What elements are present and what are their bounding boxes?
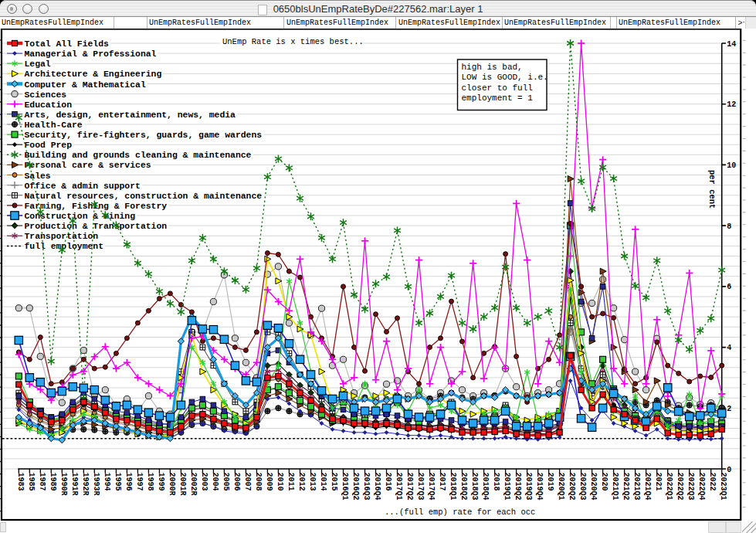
svg-text:2010: 2010	[276, 473, 284, 491]
svg-text:1983: 1983	[16, 473, 25, 491]
svg-text:UnEmp Rate is x times best...: UnEmp Rate is x times best...	[222, 37, 364, 46]
svg-text:2016Q2: 2016Q2	[351, 473, 360, 501]
svg-text:10: 10	[727, 161, 736, 170]
svg-text:Sales: Sales	[25, 171, 51, 181]
svg-text:closer to full: closer to full	[462, 83, 533, 93]
svg-text:6: 6	[727, 283, 731, 291]
svg-text:Computer & Mathematical: Computer & Mathematical	[25, 80, 146, 90]
svg-text:2023Q1: 2023Q1	[719, 473, 727, 501]
svg-text:12: 12	[727, 100, 736, 109]
svg-text:2020Q4: 2020Q4	[589, 473, 598, 501]
svg-text:2018Q4: 2018Q4	[481, 473, 490, 501]
svg-text:2021Q1: 2021Q1	[611, 473, 619, 501]
svg-text:Food Prep: Food Prep	[25, 141, 73, 150]
svg-text:1999: 1999	[157, 473, 165, 491]
svg-text:2009: 2009	[265, 473, 273, 491]
svg-text:2020Q1: 2020Q1	[557, 473, 565, 501]
svg-text:2018Q3: 2018Q3	[470, 473, 479, 501]
svg-text:Architecture & Engineering: Architecture & Engineering	[25, 70, 162, 79]
svg-text:Total All Fields: Total All Fields	[25, 39, 110, 49]
svg-text:Education: Education	[25, 100, 73, 110]
svg-text:Production & Transportation: Production & Transportation	[25, 222, 168, 231]
svg-text:2021Q3: 2021Q3	[632, 473, 641, 501]
svg-text:2013: 2013	[308, 473, 317, 491]
svg-text:LOW is GOOD, i.e.: LOW is GOOD, i.e.	[462, 73, 548, 82]
svg-text:2019: 2019	[546, 473, 554, 491]
svg-text:2006: 2006	[232, 473, 241, 491]
svg-text:1994: 1994	[103, 473, 111, 491]
svg-text:2019Q3: 2019Q3	[524, 473, 533, 501]
svg-text:2021Q2: 2021Q2	[622, 473, 630, 501]
svg-text:2018: 2018	[492, 473, 500, 491]
svg-text:Office & admin support: Office & admin support	[25, 182, 141, 191]
svg-text:2002R: 2002R	[189, 473, 198, 496]
svg-text:Security, fire-fighters, guard: Security, fire-fighters, guards, game wa…	[25, 131, 263, 140]
svg-text:1998: 1998	[146, 473, 154, 491]
svg-text:Arts, design, entertainment, n: Arts, design, entertainment, news, media	[25, 110, 236, 120]
svg-text:2017Q3: 2017Q3	[416, 473, 425, 501]
svg-text:1996: 1996	[124, 473, 133, 491]
svg-text:2022Q4: 2022Q4	[697, 473, 706, 501]
svg-text:2022Q1: 2022Q1	[665, 473, 673, 501]
svg-text:2016Q3: 2016Q3	[362, 473, 371, 501]
svg-text:Transportation: Transportation	[25, 232, 99, 241]
svg-text:4: 4	[727, 344, 731, 352]
svg-text:2017Q4: 2017Q4	[427, 473, 436, 501]
svg-text:2019Q4: 2019Q4	[535, 473, 544, 501]
svg-text:2022Q3: 2022Q3	[687, 473, 695, 501]
svg-text:2008: 2008	[254, 473, 263, 491]
svg-text:Natural resources, constructio: Natural resources, construction & mainte…	[25, 192, 263, 201]
svg-text:2004: 2004	[211, 473, 219, 491]
svg-text:2007: 2007	[243, 473, 252, 491]
svg-text:1995: 1995	[114, 473, 122, 491]
svg-text:2017: 2017	[438, 473, 446, 491]
svg-text:2012: 2012	[297, 473, 306, 491]
svg-text:1990R: 1990R	[59, 473, 68, 496]
svg-text:2022: 2022	[708, 473, 717, 491]
svg-text:2020Q3: 2020Q3	[578, 473, 587, 501]
svg-text:2016Q1: 2016Q1	[341, 473, 349, 501]
svg-text:2021: 2021	[654, 473, 663, 491]
svg-text:2019Q2: 2019Q2	[514, 473, 522, 501]
svg-text:full employment: full employment	[25, 242, 104, 251]
svg-text:2001R: 2001R	[178, 473, 187, 496]
svg-text:2015: 2015	[330, 473, 338, 491]
svg-text:2022Q2: 2022Q2	[676, 473, 684, 501]
svg-text:Sciences: Sciences	[25, 90, 67, 100]
svg-text:2020: 2020	[600, 473, 609, 491]
svg-text:Legal: Legal	[25, 59, 51, 69]
svg-text:Managerial & Professional: Managerial & Professional	[25, 49, 157, 59]
svg-text:8: 8	[727, 222, 731, 231]
svg-text:employment = 1: employment = 1	[462, 93, 534, 103]
svg-text:Personal care & services: Personal care & services	[25, 161, 151, 170]
svg-text:2000R: 2000R	[168, 473, 176, 496]
svg-text:1985: 1985	[27, 473, 36, 491]
svg-text:1991R: 1991R	[70, 473, 79, 496]
svg-text:2014: 2014	[319, 473, 327, 491]
svg-text:2: 2	[727, 405, 731, 413]
svg-text:2017Q2: 2017Q2	[405, 473, 414, 501]
svg-text:1989: 1989	[49, 473, 57, 491]
svg-text:2016Q4: 2016Q4	[373, 473, 381, 501]
svg-text:Building and grounds cleaning: Building and grounds cleaning & maintena…	[25, 151, 252, 160]
svg-text:2018Q1: 2018Q1	[449, 473, 457, 501]
svg-text:2003: 2003	[200, 473, 208, 491]
svg-text:2017Q1: 2017Q1	[395, 473, 403, 501]
svg-text:1993R: 1993R	[92, 473, 100, 496]
svg-text:2019Q1: 2019Q1	[503, 473, 511, 501]
svg-text:2005: 2005	[222, 473, 230, 491]
svg-text:2018Q2: 2018Q2	[459, 473, 468, 501]
svg-text:1997: 1997	[135, 473, 144, 491]
svg-text:per cent: per cent	[707, 170, 717, 209]
svg-text:Health-Care: Health-Care	[25, 121, 83, 130]
svg-text:1987: 1987	[38, 473, 46, 491]
svg-text:2021Q4: 2021Q4	[643, 473, 652, 501]
svg-text:1992R: 1992R	[81, 473, 90, 496]
svg-text:14: 14	[727, 40, 736, 49]
svg-text:...(full emp) rate for each oc: ...(full emp) rate for each occ	[385, 508, 535, 517]
svg-text:2011: 2011	[286, 473, 295, 491]
svg-text:2020Q2: 2020Q2	[568, 473, 576, 501]
svg-text:2016: 2016	[384, 473, 392, 491]
svg-text:high is bad,: high is bad,	[462, 63, 523, 72]
